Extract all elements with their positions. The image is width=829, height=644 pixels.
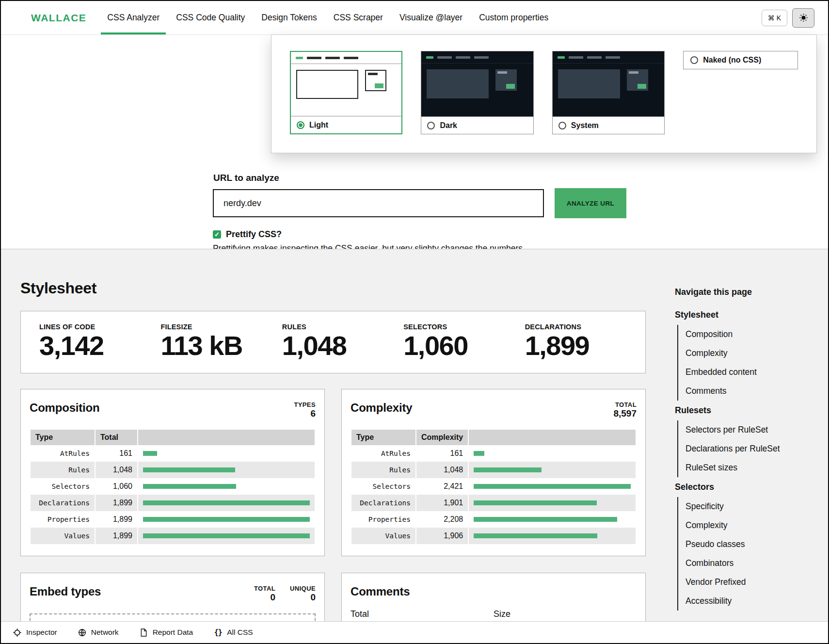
toc-item-pseudo-classes[interactable]: Pseudo classes — [686, 535, 820, 554]
footer-network[interactable]: Network — [78, 628, 119, 637]
row-value: 1,060 — [96, 478, 137, 495]
card-meta: TYPES 6 — [294, 401, 316, 419]
toc-item-comments[interactable]: Comments — [686, 382, 820, 401]
row-bar-cell — [138, 528, 315, 544]
mock-input — [296, 70, 358, 99]
toc-item-declarations-per-ruleset[interactable]: Declarations per RuleSet — [686, 439, 820, 458]
stat-value: 113 kB — [160, 332, 272, 359]
theme-toggle-button[interactable] — [792, 8, 814, 28]
url-label: URL to analyze — [213, 173, 279, 183]
toc-item-embedded-content[interactable]: Embedded content — [686, 363, 820, 382]
stats-row: LINES OF CODE3,142FILESIZE113 kBRULES1,0… — [20, 311, 646, 373]
value-bar — [474, 533, 597, 538]
toc-item-complexity[interactable]: Complexity — [686, 516, 820, 535]
table-row: Selectors2,421 — [351, 478, 636, 495]
nav-design-tokens[interactable]: Design Tokens — [253, 1, 325, 34]
mock-panel — [627, 69, 648, 91]
nav-css-analyzer[interactable]: CSS Analyzer — [99, 1, 168, 34]
mock-toolbar — [291, 52, 401, 64]
toc-item-selectors-per-ruleset[interactable]: Selectors per RuleSet — [686, 420, 820, 439]
nav-visualize-layer[interactable]: Visualize @layer — [391, 1, 471, 34]
stat-declarations: DECLARATIONS1,899 — [515, 323, 637, 359]
column-header — [138, 430, 315, 445]
value-bar — [143, 517, 310, 522]
row-bar-cell — [138, 511, 315, 528]
report-icon — [139, 628, 148, 637]
row-value: 2,421 — [416, 478, 468, 495]
row-type: Declarations — [31, 495, 95, 511]
complexity-table: Type Complexity AtRules161Rules1,048Sele… — [351, 430, 637, 544]
card-meta: TOTAL 8,597 — [613, 401, 637, 419]
footer-label: All CSS — [227, 628, 253, 637]
value-bar — [474, 500, 597, 505]
value-bar — [474, 451, 484, 456]
toc-group-selectors: Selectors — [675, 477, 820, 497]
stat-value: 1,048 — [282, 332, 394, 359]
table-row: Rules1,048 — [31, 462, 315, 478]
radio-system[interactable] — [558, 122, 566, 129]
footer-bar: InspectorNetworkReport Data{}All CSS — [1, 621, 828, 643]
toc-item-vendor-prefixed[interactable]: Vendor Prefixed — [686, 573, 820, 592]
card-title: Comments — [351, 585, 410, 598]
column-header: Total — [96, 430, 137, 445]
toc-item-composition[interactable]: Composition — [686, 325, 820, 344]
row-value: 1,048 — [416, 462, 468, 478]
theme-caption: Light — [291, 116, 401, 133]
toc-item-combinators[interactable]: Combinators — [686, 554, 820, 573]
prettify-checkbox[interactable]: ✓ — [213, 230, 221, 239]
table-row: Values1,899 — [31, 528, 315, 544]
stat-lines-of-code: LINES OF CODE3,142 — [30, 323, 151, 359]
row-type: Values — [351, 528, 415, 544]
nav-css-code-quality[interactable]: CSS Code Quality — [168, 1, 253, 34]
cards-row-1: Composition TYPES 6 Type Total AtRules16… — [20, 389, 646, 556]
toc-item-ruleset-sizes[interactable]: RuleSet sizes — [686, 458, 820, 477]
toc-item-accessibility[interactable]: Accessibility — [686, 592, 820, 611]
table-row: Selectors1,060 — [31, 478, 315, 495]
theme-caption: Dark — [421, 116, 533, 134]
toc-item-complexity[interactable]: Complexity — [686, 344, 820, 363]
column-header: Type — [351, 430, 415, 445]
radio-light[interactable] — [297, 121, 304, 129]
card-meta: TOTAL 0 — [254, 585, 275, 603]
command-k-button[interactable]: ⌘ K — [762, 10, 787, 26]
theme-option-system[interactable]: System — [552, 51, 665, 134]
mock-body — [421, 64, 533, 104]
card-title: Complexity — [351, 401, 412, 415]
mock-toolbar — [553, 51, 664, 64]
theme-option-dark[interactable]: Dark — [421, 51, 533, 134]
toc-item-specificity[interactable]: Specificity — [686, 497, 820, 516]
column-header: Type — [31, 430, 95, 445]
footer-all-css[interactable]: {}All CSS — [213, 628, 253, 637]
analyze-url-button[interactable]: ANALYZE URL — [555, 188, 626, 218]
theme-option-light[interactable]: Light — [290, 51, 402, 134]
footer-report-data[interactable]: Report Data — [139, 628, 193, 637]
url-input[interactable] — [213, 189, 544, 217]
prettify-row[interactable]: ✓ Prettify CSS? — [213, 229, 282, 240]
url-row: ANALYZE URL — [213, 189, 626, 218]
table-row: Properties1,899 — [31, 511, 315, 528]
row-bar-cell — [469, 495, 636, 511]
nav-css-scraper[interactable]: CSS Scraper — [325, 1, 391, 34]
radio-naked[interactable] — [690, 56, 698, 64]
mock-button — [638, 84, 646, 89]
mock-panel — [495, 69, 517, 91]
footer-label: Report Data — [153, 628, 193, 637]
stat-selectors: SELECTORS1,060 — [394, 323, 515, 359]
nav-custom-properties[interactable]: Custom properties — [471, 1, 557, 34]
card-title: Composition — [30, 401, 99, 415]
table-row: Declarations1,901 — [351, 495, 636, 511]
theme-label: Dark — [440, 121, 457, 130]
theme-label: Light — [309, 121, 328, 129]
column-header: Complexity — [416, 430, 468, 445]
app-window: WALLACE CSS AnalyzerCSS Code QualityDesi… — [0, 0, 829, 644]
toc-groups: StylesheetCompositionComplexityEmbedded … — [675, 305, 820, 611]
theme-option-naked[interactable]: Naked (no CSS) — [683, 51, 798, 69]
stat-label: LINES OF CODE — [39, 323, 151, 331]
report-main: Stylesheet LINES OF CODE3,142FILESIZE113… — [20, 279, 646, 643]
value-bar — [143, 484, 236, 489]
table-row: Values1,906 — [351, 528, 636, 544]
footer-inspector[interactable]: Inspector — [13, 628, 57, 637]
toc-group-items: SpecificityComplexityPseudo classesCombi… — [677, 497, 820, 611]
radio-dark[interactable] — [427, 122, 435, 129]
toc-group-items: Selectors per RuleSetDeclarations per Ru… — [677, 420, 820, 477]
